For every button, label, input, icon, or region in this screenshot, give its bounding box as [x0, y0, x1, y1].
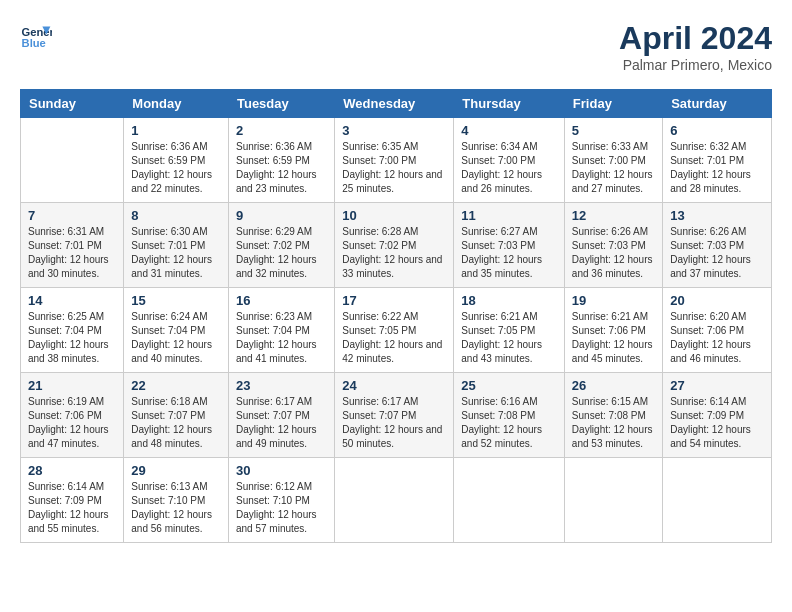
weekday-header: Saturday: [663, 90, 772, 118]
day-info: Sunrise: 6:16 AMSunset: 7:08 PMDaylight:…: [461, 395, 557, 451]
day-info: Sunrise: 6:12 AMSunset: 7:10 PMDaylight:…: [236, 480, 327, 536]
calendar-cell: 1Sunrise: 6:36 AMSunset: 6:59 PMDaylight…: [124, 118, 229, 203]
day-info: Sunrise: 6:36 AMSunset: 6:59 PMDaylight:…: [236, 140, 327, 196]
day-info: Sunrise: 6:15 AMSunset: 7:08 PMDaylight:…: [572, 395, 655, 451]
calendar-cell: [564, 458, 662, 543]
weekday-header: Thursday: [454, 90, 565, 118]
day-number: 7: [28, 208, 116, 223]
day-info: Sunrise: 6:36 AMSunset: 6:59 PMDaylight:…: [131, 140, 221, 196]
calendar-cell: 5Sunrise: 6:33 AMSunset: 7:00 PMDaylight…: [564, 118, 662, 203]
day-info: Sunrise: 6:35 AMSunset: 7:00 PMDaylight:…: [342, 140, 446, 196]
svg-text:Blue: Blue: [22, 37, 46, 49]
day-number: 5: [572, 123, 655, 138]
weekday-header: Tuesday: [228, 90, 334, 118]
day-info: Sunrise: 6:14 AMSunset: 7:09 PMDaylight:…: [670, 395, 764, 451]
weekday-header: Sunday: [21, 90, 124, 118]
day-number: 19: [572, 293, 655, 308]
calendar-cell: 20Sunrise: 6:20 AMSunset: 7:06 PMDayligh…: [663, 288, 772, 373]
day-number: 20: [670, 293, 764, 308]
day-info: Sunrise: 6:34 AMSunset: 7:00 PMDaylight:…: [461, 140, 557, 196]
logo: General Blue: [20, 20, 52, 52]
day-info: Sunrise: 6:28 AMSunset: 7:02 PMDaylight:…: [342, 225, 446, 281]
day-info: Sunrise: 6:26 AMSunset: 7:03 PMDaylight:…: [572, 225, 655, 281]
calendar-cell: 7Sunrise: 6:31 AMSunset: 7:01 PMDaylight…: [21, 203, 124, 288]
weekday-header: Friday: [564, 90, 662, 118]
calendar-week-row: 7Sunrise: 6:31 AMSunset: 7:01 PMDaylight…: [21, 203, 772, 288]
calendar-cell: 28Sunrise: 6:14 AMSunset: 7:09 PMDayligh…: [21, 458, 124, 543]
calendar-cell: 26Sunrise: 6:15 AMSunset: 7:08 PMDayligh…: [564, 373, 662, 458]
day-info: Sunrise: 6:24 AMSunset: 7:04 PMDaylight:…: [131, 310, 221, 366]
calendar-cell: [454, 458, 565, 543]
calendar-cell: 12Sunrise: 6:26 AMSunset: 7:03 PMDayligh…: [564, 203, 662, 288]
day-number: 30: [236, 463, 327, 478]
day-info: Sunrise: 6:14 AMSunset: 7:09 PMDaylight:…: [28, 480, 116, 536]
day-number: 21: [28, 378, 116, 393]
calendar-cell: 29Sunrise: 6:13 AMSunset: 7:10 PMDayligh…: [124, 458, 229, 543]
day-number: 8: [131, 208, 221, 223]
calendar-week-row: 21Sunrise: 6:19 AMSunset: 7:06 PMDayligh…: [21, 373, 772, 458]
day-number: 6: [670, 123, 764, 138]
calendar-cell: 27Sunrise: 6:14 AMSunset: 7:09 PMDayligh…: [663, 373, 772, 458]
day-info: Sunrise: 6:23 AMSunset: 7:04 PMDaylight:…: [236, 310, 327, 366]
calendar-cell: 19Sunrise: 6:21 AMSunset: 7:06 PMDayligh…: [564, 288, 662, 373]
calendar-cell: 13Sunrise: 6:26 AMSunset: 7:03 PMDayligh…: [663, 203, 772, 288]
day-number: 2: [236, 123, 327, 138]
day-number: 25: [461, 378, 557, 393]
calendar-table: SundayMondayTuesdayWednesdayThursdayFrid…: [20, 89, 772, 543]
calendar-cell: 11Sunrise: 6:27 AMSunset: 7:03 PMDayligh…: [454, 203, 565, 288]
calendar-week-row: 28Sunrise: 6:14 AMSunset: 7:09 PMDayligh…: [21, 458, 772, 543]
calendar-cell: 24Sunrise: 6:17 AMSunset: 7:07 PMDayligh…: [335, 373, 454, 458]
calendar-cell: 21Sunrise: 6:19 AMSunset: 7:06 PMDayligh…: [21, 373, 124, 458]
calendar-cell: 6Sunrise: 6:32 AMSunset: 7:01 PMDaylight…: [663, 118, 772, 203]
calendar-cell: 15Sunrise: 6:24 AMSunset: 7:04 PMDayligh…: [124, 288, 229, 373]
day-info: Sunrise: 6:13 AMSunset: 7:10 PMDaylight:…: [131, 480, 221, 536]
calendar-cell: 3Sunrise: 6:35 AMSunset: 7:00 PMDaylight…: [335, 118, 454, 203]
calendar-cell: 8Sunrise: 6:30 AMSunset: 7:01 PMDaylight…: [124, 203, 229, 288]
calendar-cell: 10Sunrise: 6:28 AMSunset: 7:02 PMDayligh…: [335, 203, 454, 288]
day-info: Sunrise: 6:29 AMSunset: 7:02 PMDaylight:…: [236, 225, 327, 281]
day-number: 15: [131, 293, 221, 308]
day-info: Sunrise: 6:17 AMSunset: 7:07 PMDaylight:…: [342, 395, 446, 451]
day-number: 16: [236, 293, 327, 308]
day-info: Sunrise: 6:32 AMSunset: 7:01 PMDaylight:…: [670, 140, 764, 196]
title-area: April 2024 Palmar Primero, Mexico: [619, 20, 772, 73]
day-number: 13: [670, 208, 764, 223]
day-info: Sunrise: 6:31 AMSunset: 7:01 PMDaylight:…: [28, 225, 116, 281]
day-number: 22: [131, 378, 221, 393]
day-info: Sunrise: 6:26 AMSunset: 7:03 PMDaylight:…: [670, 225, 764, 281]
day-info: Sunrise: 6:22 AMSunset: 7:05 PMDaylight:…: [342, 310, 446, 366]
day-number: 9: [236, 208, 327, 223]
day-info: Sunrise: 6:17 AMSunset: 7:07 PMDaylight:…: [236, 395, 327, 451]
day-number: 4: [461, 123, 557, 138]
day-number: 24: [342, 378, 446, 393]
day-number: 10: [342, 208, 446, 223]
calendar-cell: 16Sunrise: 6:23 AMSunset: 7:04 PMDayligh…: [228, 288, 334, 373]
calendar-cell: 9Sunrise: 6:29 AMSunset: 7:02 PMDaylight…: [228, 203, 334, 288]
calendar-cell: 4Sunrise: 6:34 AMSunset: 7:00 PMDaylight…: [454, 118, 565, 203]
day-number: 28: [28, 463, 116, 478]
day-number: 23: [236, 378, 327, 393]
calendar-cell: 18Sunrise: 6:21 AMSunset: 7:05 PMDayligh…: [454, 288, 565, 373]
weekday-header: Wednesday: [335, 90, 454, 118]
day-info: Sunrise: 6:18 AMSunset: 7:07 PMDaylight:…: [131, 395, 221, 451]
day-info: Sunrise: 6:21 AMSunset: 7:06 PMDaylight:…: [572, 310, 655, 366]
day-info: Sunrise: 6:21 AMSunset: 7:05 PMDaylight:…: [461, 310, 557, 366]
month-title: April 2024: [619, 20, 772, 57]
calendar-cell: [21, 118, 124, 203]
day-number: 1: [131, 123, 221, 138]
day-info: Sunrise: 6:19 AMSunset: 7:06 PMDaylight:…: [28, 395, 116, 451]
location: Palmar Primero, Mexico: [619, 57, 772, 73]
day-info: Sunrise: 6:30 AMSunset: 7:01 PMDaylight:…: [131, 225, 221, 281]
weekday-header-row: SundayMondayTuesdayWednesdayThursdayFrid…: [21, 90, 772, 118]
day-info: Sunrise: 6:27 AMSunset: 7:03 PMDaylight:…: [461, 225, 557, 281]
calendar-week-row: 1Sunrise: 6:36 AMSunset: 6:59 PMDaylight…: [21, 118, 772, 203]
calendar-cell: 17Sunrise: 6:22 AMSunset: 7:05 PMDayligh…: [335, 288, 454, 373]
day-number: 3: [342, 123, 446, 138]
calendar-cell: [335, 458, 454, 543]
weekday-header: Monday: [124, 90, 229, 118]
page-header: General Blue April 2024 Palmar Primero, …: [20, 20, 772, 73]
day-number: 17: [342, 293, 446, 308]
day-number: 26: [572, 378, 655, 393]
calendar-cell: [663, 458, 772, 543]
calendar-cell: 14Sunrise: 6:25 AMSunset: 7:04 PMDayligh…: [21, 288, 124, 373]
